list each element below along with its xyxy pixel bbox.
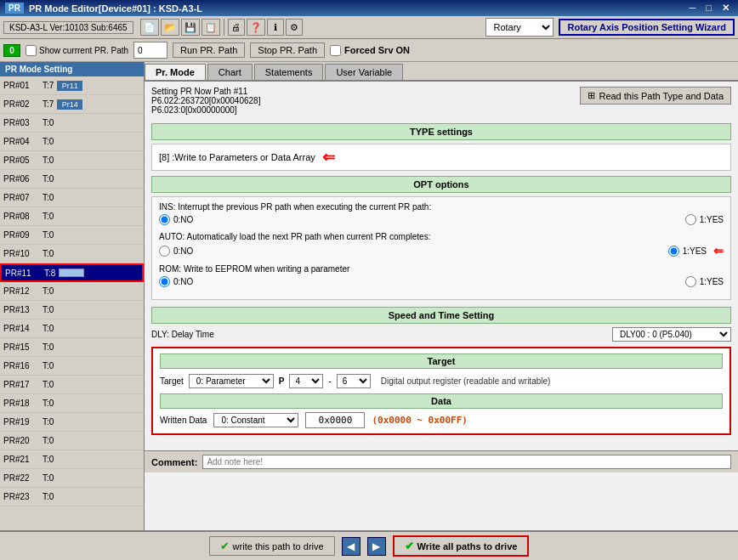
- pr-type-label: T:0: [43, 137, 54, 146]
- pr-id-label: PR#08: [3, 212, 39, 221]
- sidebar-item-pr04[interactable]: PR#04T:0: [0, 133, 144, 151]
- data-header: Data: [160, 393, 723, 409]
- settings-btn[interactable]: ⚙: [286, 19, 303, 36]
- sidebar-item-pr05[interactable]: PR#05T:0: [0, 151, 144, 170]
- forced-srv-label: Forced Srv ON: [344, 45, 410, 55]
- read-path-btn[interactable]: ⊞ Read this Path Type and Data: [580, 87, 731, 105]
- rom-option-row: ROM: Write to EEPROM when writing a para…: [159, 264, 724, 287]
- tab-statements[interactable]: Statements: [254, 64, 324, 80]
- sidebar-item-pr07[interactable]: PR#07T:0: [0, 189, 144, 207]
- opt-section: INS: Interrupt the previous PR path when…: [151, 196, 731, 300]
- pr-type-label: T:0: [43, 380, 54, 389]
- auto-yes-opt[interactable]: 1:YES ⇐: [668, 244, 724, 257]
- sidebar-item-pr01[interactable]: PR#01T:7Pr11: [0, 76, 144, 95]
- path-number-input[interactable]: [133, 42, 167, 59]
- ins-no-opt[interactable]: 0:NO: [159, 214, 193, 225]
- comment-section: Comment:: [145, 450, 738, 472]
- auto-no-radio[interactable]: [159, 246, 170, 257]
- sidebar-item-pr09[interactable]: PR#09T:0: [0, 226, 144, 245]
- open-btn[interactable]: 📂: [161, 19, 179, 36]
- rom-no-opt[interactable]: 0:NO: [159, 276, 193, 287]
- sidebar-item-pr21[interactable]: PR#21T:0: [0, 450, 144, 469]
- minimize-btn[interactable]: ─: [686, 3, 700, 14]
- tab-chart[interactable]: Chart: [207, 64, 253, 80]
- nav-right-btn[interactable]: ▶: [367, 537, 386, 556]
- ins-yes-opt[interactable]: 1:YES: [685, 214, 724, 225]
- pr-id-label: PR#19: [3, 417, 39, 427]
- auto-yes-radio[interactable]: [668, 246, 679, 257]
- window-title: PR Mode Editor[Device#01] : KSD-A3-L: [29, 3, 202, 14]
- show-pr-label: Show currrent PR. Path: [39, 46, 128, 55]
- sidebar-item-pr18[interactable]: PR#18T:0: [0, 394, 144, 413]
- read-path-label: Read this Path Type and Data: [599, 91, 724, 101]
- wizard-btn[interactable]: Rotary Axis Position Setting Wizard: [559, 19, 735, 36]
- show-pr-checkbox-group[interactable]: Show currrent PR. Path: [26, 45, 128, 56]
- sidebar-item-pr12[interactable]: PR#12T:0: [0, 282, 144, 301]
- sidebar-item-pr17[interactable]: PR#17T:0: [0, 376, 144, 394]
- pr-id-label: PR#14: [3, 324, 39, 333]
- write-path-btn[interactable]: ✔ write this path to drive: [209, 536, 335, 556]
- sidebar-item-pr10[interactable]: PR#10T:0: [0, 245, 144, 263]
- maximize-btn[interactable]: □: [702, 3, 715, 14]
- pr-id-label: PR#21: [3, 455, 39, 464]
- write-all-btn[interactable]: ✔ Write all paths to drive: [393, 535, 530, 557]
- rotary-select[interactable]: Rotary: [485, 18, 554, 37]
- sidebar-item-pr13[interactable]: PR#13T:0: [0, 301, 144, 320]
- run-path-btn[interactable]: Run PR. Path: [173, 42, 245, 58]
- sidebar-item-pr22[interactable]: PR#22T:0: [0, 469, 144, 488]
- help-btn[interactable]: ❓: [247, 19, 265, 36]
- sidebar-item-pr14[interactable]: PR#14T:0: [0, 320, 144, 338]
- rom-yes-opt[interactable]: 1:YES: [685, 276, 724, 287]
- auto-option-row: AUTO: Automatically load the next PR pat…: [159, 232, 724, 257]
- p-label: P: [279, 376, 285, 386]
- p2-select[interactable]: 6: [337, 374, 371, 388]
- show-pr-checkbox[interactable]: [26, 45, 37, 56]
- data-type-select[interactable]: 0: Constant: [213, 413, 298, 427]
- pr-type-label: T:0: [43, 193, 54, 202]
- p1-select[interactable]: 4: [289, 374, 323, 388]
- sidebar-item-pr23[interactable]: PR#23T:0: [0, 488, 144, 506]
- rom-yes-radio[interactable]: [685, 276, 696, 287]
- rom-no-radio[interactable]: [159, 276, 170, 287]
- type-settings-header: TYPE settings: [151, 123, 731, 140]
- pr-bar: [59, 269, 84, 277]
- new-btn[interactable]: 📄: [140, 19, 159, 36]
- info-btn[interactable]: ℹ: [267, 19, 284, 36]
- forced-srv-group[interactable]: Forced Srv ON: [330, 45, 410, 56]
- sidebar-item-pr19[interactable]: PR#19T:0: [0, 413, 144, 432]
- sidebar-item-pr16[interactable]: PR#16T:0: [0, 357, 144, 376]
- forced-srv-checkbox[interactable]: [330, 45, 341, 56]
- auto-no-opt[interactable]: 0:NO: [159, 246, 193, 257]
- ins-yes-radio[interactable]: [685, 214, 696, 225]
- sidebar-item-pr06[interactable]: PR#06T:0: [0, 170, 144, 189]
- path-info: Setting PR Now Path #11 P6.022:263720[0x…: [151, 87, 260, 115]
- rom-label: ROM: Write to EEPROM when writing a para…: [159, 264, 724, 274]
- dly-select[interactable]: DLY00 : 0 (P5.040): [612, 327, 731, 342]
- target-type-select[interactable]: 0: Parameter: [189, 374, 274, 388]
- sidebar-item-pr15[interactable]: PR#15T:0: [0, 338, 144, 357]
- print-btn[interactable]: 🖨: [228, 19, 245, 36]
- tab-user-variable[interactable]: User Variable: [325, 64, 403, 80]
- stop-path-btn[interactable]: Stop PR. Path: [250, 42, 325, 58]
- nav-left-btn[interactable]: ◀: [342, 537, 360, 556]
- close-btn[interactable]: ✕: [718, 3, 733, 14]
- red-arrow-type: ⇐: [322, 148, 335, 167]
- pr-type-label: T:0: [43, 455, 54, 464]
- path-line1: Setting PR Now Path #11: [151, 87, 260, 96]
- ins-no-radio[interactable]: [159, 214, 170, 225]
- pr-tag: Pr14: [57, 99, 82, 110]
- hex-range: (0x0000 ~ 0x00FF): [372, 415, 468, 426]
- sidebar-item-pr03[interactable]: PR#03T:0: [0, 114, 144, 133]
- pr-type-label: T:7: [43, 99, 54, 109]
- comment-input[interactable]: [202, 455, 731, 469]
- sidebar-item-pr20[interactable]: PR#20T:0: [0, 432, 144, 450]
- device-info: KSD-A3-L Ver:10103 Sub:6465: [3, 21, 133, 34]
- sidebar-item-pr02[interactable]: PR#02T:7Pr14: [0, 95, 144, 114]
- pr-type-label: T:0: [43, 342, 54, 352]
- save-btn[interactable]: 💾: [181, 19, 200, 36]
- content-area: Pr. Mode Chart Statements User Variable …: [145, 62, 738, 541]
- sidebar-item-pr11[interactable]: PR#11T:8: [0, 263, 144, 282]
- tab-pr-mode[interactable]: Pr. Mode: [145, 64, 206, 80]
- saveas-btn[interactable]: 📋: [202, 19, 220, 36]
- sidebar-item-pr08[interactable]: PR#08T:0: [0, 207, 144, 226]
